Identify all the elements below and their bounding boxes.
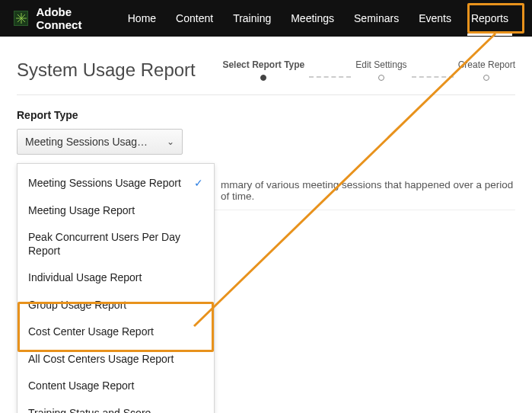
option-meeting-sessions-usage[interactable]: Meeting Sessions Usage Report <box>18 170 214 197</box>
option-all-cost-centers-usage[interactable]: All Cost Centers Usage Report <box>18 346 214 373</box>
option-content-usage[interactable]: Content Usage Report <box>18 373 214 400</box>
report-type-section: Report Type Meeting Sessions Usag… ⌄ <box>17 109 515 155</box>
nav-training[interactable]: Training <box>223 2 281 35</box>
option-training-status-score[interactable]: Training Status and Score Report <box>18 400 214 414</box>
step-separator <box>309 76 351 78</box>
page-title: System Usage Report <box>17 59 222 81</box>
step-separator <box>412 76 454 78</box>
brand-name: Adobe Connect <box>36 5 117 31</box>
nav-items: Home Content Training Meetings Seminars … <box>118 2 518 35</box>
brand-block: Adobe Connect <box>14 5 118 31</box>
step-create-report[interactable]: Create Report <box>458 59 515 81</box>
report-description: mmary of various meeting sessions that h… <box>221 179 518 202</box>
step-edit-settings[interactable]: Edit Settings <box>355 59 406 81</box>
option-cost-center-usage[interactable]: Cost Center Usage Report <box>18 319 214 346</box>
page-content: System Usage Report Select Report Type E… <box>0 37 532 155</box>
step-dot-icon <box>378 75 384 81</box>
chevron-down-icon: ⌄ <box>167 136 174 147</box>
nav-seminars[interactable]: Seminars <box>344 2 409 35</box>
nav-home[interactable]: Home <box>118 2 166 35</box>
report-type-select[interactable]: Meeting Sessions Usag… ⌄ <box>17 129 183 155</box>
option-meeting-usage[interactable]: Meeting Usage Report <box>18 197 214 225</box>
option-group-usage[interactable]: Group Usage Report <box>18 292 214 319</box>
top-navigation: Adobe Connect Home Content Training Meet… <box>0 0 532 37</box>
report-type-dropdown-menu: Meeting Sessions Usage Report Meeting Us… <box>17 163 215 413</box>
step-dot-icon <box>483 75 489 81</box>
nav-content[interactable]: Content <box>166 2 223 35</box>
nav-events[interactable]: Events <box>409 2 461 35</box>
step-select-report-type[interactable]: Select Report Type <box>222 59 304 81</box>
option-individual-usage[interactable]: Individual Usage Report <box>18 264 214 292</box>
report-type-label: Report Type <box>17 109 515 121</box>
report-type-selected-value: Meeting Sessions Usag… <box>25 136 148 148</box>
adobe-connect-icon <box>14 11 28 26</box>
page-header: System Usage Report Select Report Type E… <box>17 59 515 95</box>
wizard-steps: Select Report Type Edit Settings Create … <box>222 59 515 81</box>
nav-reports[interactable]: Reports <box>461 2 518 35</box>
option-peak-concurrent-users[interactable]: Peak Concurrent Users Per Day Report <box>18 224 214 264</box>
step-dot-icon <box>260 75 266 81</box>
nav-meetings[interactable]: Meetings <box>281 2 344 35</box>
